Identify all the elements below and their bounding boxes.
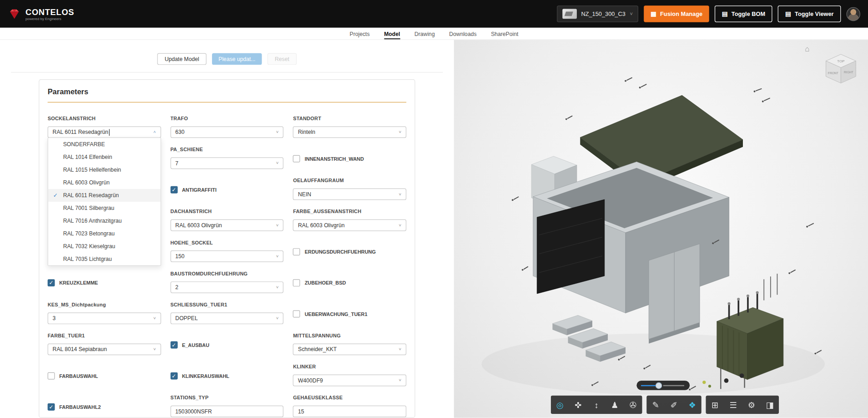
dropdown-option[interactable]: RAL 7016 Anthrazitgrau bbox=[48, 214, 161, 227]
home-view-icon[interactable]: ⌂ bbox=[805, 45, 809, 53]
pan-tool-icon[interactable]: ✜ bbox=[569, 396, 587, 414]
dropdown-option[interactable]: RAL 1014 Elfenbein bbox=[48, 151, 161, 163]
field-KLINKERAUSWAHL: ✓KLINKERAUSWAHL bbox=[170, 361, 283, 392]
field-label: STATIONS_TYP bbox=[170, 392, 283, 402]
tab-model[interactable]: Model bbox=[384, 31, 400, 39]
input-STATIONS_TYP[interactable]: 1503000NSFR bbox=[170, 406, 283, 418]
model-selector-dropdown[interactable]: NZ_150_300_C3 ˅ bbox=[557, 5, 638, 22]
view-cube-top-label[interactable]: TOP bbox=[837, 60, 844, 64]
markup-tool-icon[interactable]: ✐ bbox=[665, 396, 683, 414]
checkbox-ZUBEHOER_BSD[interactable]: ZUBEHOER_BSD bbox=[293, 279, 346, 286]
checkbox-FARBAUSWAHL[interactable]: FARBAUSWAHL bbox=[48, 372, 98, 380]
slider-knob[interactable] bbox=[656, 382, 662, 389]
tab-downloads[interactable]: Downloads bbox=[449, 31, 476, 39]
checkbox-ERDUNGSDURCHFUEHRUNG[interactable]: ERDUNGSDURCHFUEHRUNG bbox=[293, 248, 376, 255]
tab-sharepoint[interactable]: SharePoint bbox=[491, 31, 518, 39]
dropdown-option[interactable]: RAL 7001 Silbergrau bbox=[48, 202, 161, 214]
checkbox-E_AUSBAU[interactable]: ✓E_AUSBAU bbox=[170, 342, 209, 349]
fusion-manage-button[interactable]: ▦ Fusion Manage bbox=[644, 5, 709, 22]
checkbox-unchecked-icon[interactable] bbox=[293, 279, 300, 286]
explode-tool-icon[interactable]: ⊞ bbox=[706, 396, 724, 414]
toolbar-group-2: ✎✐❖ bbox=[646, 396, 701, 414]
select-FARBE_TUER1[interactable]: RAL 8014 Sepiabraun˅ bbox=[48, 343, 161, 355]
exploded-model-rendering[interactable] bbox=[454, 40, 868, 418]
checkbox-unchecked-icon[interactable] bbox=[48, 372, 55, 380]
select-PA_SCHIENE[interactable]: 7˅ bbox=[170, 158, 283, 169]
field-label: MITTELSPANNUNG bbox=[293, 330, 406, 340]
checkbox-unchecked-icon[interactable] bbox=[293, 310, 300, 317]
checkbox-checked-icon[interactable]: ✓ bbox=[170, 186, 177, 194]
toggle-viewer-button[interactable]: ▤ Toggle Viewer bbox=[778, 5, 841, 22]
view-cube-front-label[interactable]: FRONT bbox=[828, 71, 838, 75]
zoom-tool-icon[interactable]: ↕ bbox=[587, 396, 606, 414]
checkbox-checked-icon[interactable]: ✓ bbox=[170, 372, 177, 380]
model-browser-icon[interactable]: ❖ bbox=[683, 396, 701, 414]
select-MITTELSPANNUNG[interactable]: Schneider_KKT˅ bbox=[293, 343, 406, 355]
dropdown-option[interactable]: ✓RAL 6011 Resedagrün bbox=[48, 189, 161, 202]
input-GEHAEUSEKLASSE[interactable]: 15 bbox=[293, 406, 406, 418]
brand-logo[interactable]: CONTELOS powered by Engineers bbox=[8, 7, 74, 20]
dropdown-option[interactable]: RAL 1015 Hellelfenbein bbox=[48, 163, 161, 176]
select-SCHLIESSUNG_TUER1[interactable]: DOPPEL˅ bbox=[170, 312, 283, 324]
select-HOEHE_SOCKEL[interactable]: 150˅ bbox=[170, 250, 283, 262]
parameters-title-rule bbox=[48, 102, 407, 102]
input-value: 1503000NSFR bbox=[175, 408, 212, 414]
please-update-button[interactable]: Please updat... bbox=[212, 53, 262, 65]
select-DACHANSTRICH[interactable]: RAL 6003 Olivgrün˅ bbox=[170, 219, 283, 231]
update-model-button[interactable]: Update Model bbox=[157, 53, 206, 65]
checkbox-FARBAUSWAHL2[interactable]: ✓FARBAUSWAHL2 bbox=[48, 403, 101, 411]
toggle-bom-button[interactable]: ▤ Toggle BOM bbox=[715, 5, 772, 22]
toolbar-group-1: ◎✜↕♟✇ bbox=[551, 396, 642, 414]
checkbox-label: ZUBEHOER_BSD bbox=[305, 280, 346, 285]
checkbox-UEBERWACHUNG_TUER1[interactable]: UEBERWACHUNG_TUER1 bbox=[293, 310, 367, 317]
camera-tool-icon[interactable]: ✇ bbox=[624, 396, 642, 414]
checkbox-checked-icon[interactable]: ✓ bbox=[170, 342, 177, 349]
checkbox-checked-icon[interactable]: ✓ bbox=[48, 279, 55, 286]
bom-list-icon[interactable]: ☰ bbox=[724, 396, 742, 414]
app-window: CONTELOS powered by Engineers NZ_150_300… bbox=[0, 0, 868, 418]
dropdown-option[interactable]: SONDERFARBE bbox=[48, 138, 161, 151]
field-FARBAUSWAHL2: ✓FARBAUSWAHL2 bbox=[48, 392, 161, 418]
select-KES_MS_Dichtpackung[interactable]: 3˅ bbox=[48, 312, 161, 324]
explode-zoom-slider[interactable] bbox=[636, 381, 690, 390]
chevron-down-icon: ˅ bbox=[276, 254, 279, 259]
field-label: SOCKELANSTRICH bbox=[48, 112, 161, 123]
select-OELAUFFANGRAUM[interactable]: NEIN˅ bbox=[293, 189, 406, 200]
measure-tool-icon[interactable]: ✎ bbox=[646, 396, 665, 414]
select-FARBE_AUSSENANSTRICH[interactable]: RAL 6003 Olivgrün˅ bbox=[293, 219, 406, 231]
viewer-pane: ⌂ TOP FRONT RIGHT ◎✜↕♟✇✎✐❖⊞☰⚙◨ bbox=[454, 40, 868, 418]
option-label: SONDERFARBE bbox=[63, 141, 105, 147]
tab-projects[interactable]: Projects bbox=[350, 31, 370, 39]
checkbox-KLINKERAUSWAHL[interactable]: ✓KLINKERAUSWAHL bbox=[170, 372, 229, 380]
dropdown-option[interactable]: RAL 6003 Olivgrün bbox=[48, 176, 161, 189]
combo-input-SOCKELANSTRICH[interactable]: RAL 6011 Resedagrün˄ bbox=[48, 126, 161, 138]
input-value: 15 bbox=[298, 408, 304, 414]
fullscreen-icon[interactable]: ◨ bbox=[761, 396, 779, 414]
checkbox-unchecked-icon[interactable] bbox=[293, 248, 300, 255]
select-BAUSTROMDURCHFUEHRUNG[interactable]: 2˅ bbox=[170, 281, 283, 293]
dropdown-option[interactable]: RAL 7035 Lichtgrau bbox=[48, 253, 161, 265]
view-cube-right-label[interactable]: RIGHT bbox=[844, 71, 853, 74]
field-FARBAUSWAHL: FARBAUSWAHL bbox=[48, 361, 161, 392]
checkbox-checked-icon[interactable]: ✓ bbox=[48, 403, 55, 411]
select-KLINKER[interactable]: W400DF9˅ bbox=[293, 375, 406, 387]
settings-gear-icon[interactable]: ⚙ bbox=[742, 396, 761, 414]
field-KREUZKLEMME: ✓KREUZKLEMME bbox=[48, 268, 161, 299]
checkbox-KREUZKLEMME[interactable]: ✓KREUZKLEMME bbox=[48, 279, 98, 286]
chevron-down-icon: ˅ bbox=[276, 130, 279, 135]
reset-button[interactable]: Reset bbox=[267, 53, 296, 65]
dropdown-option[interactable]: RAL 7023 Betongrau bbox=[48, 227, 161, 240]
checkbox-unchecked-icon[interactable] bbox=[293, 155, 300, 163]
checkbox-ANTIGRAFFITI[interactable]: ✓ANTIGRAFFITI bbox=[170, 186, 217, 194]
view-cube[interactable]: TOP FRONT RIGHT bbox=[822, 51, 860, 87]
field-TRAFO: TRAFO630˅ bbox=[170, 112, 283, 143]
user-avatar[interactable] bbox=[847, 7, 860, 20]
first-person-tool-icon[interactable]: ♟ bbox=[606, 396, 624, 414]
orbit-tool-icon[interactable]: ◎ bbox=[551, 396, 569, 414]
select-TRAFO[interactable]: 630˅ bbox=[170, 126, 283, 138]
viewer-doc-icon: ▤ bbox=[785, 11, 791, 17]
dropdown-option[interactable]: RAL 7032 Kieselgrau bbox=[48, 240, 161, 253]
tab-drawing[interactable]: Drawing bbox=[414, 31, 435, 39]
select-STANDORT[interactable]: Rinteln˅ bbox=[293, 126, 406, 138]
checkbox-INNENANSTRICH_WAND[interactable]: INNENANSTRICH_WAND bbox=[293, 155, 364, 163]
